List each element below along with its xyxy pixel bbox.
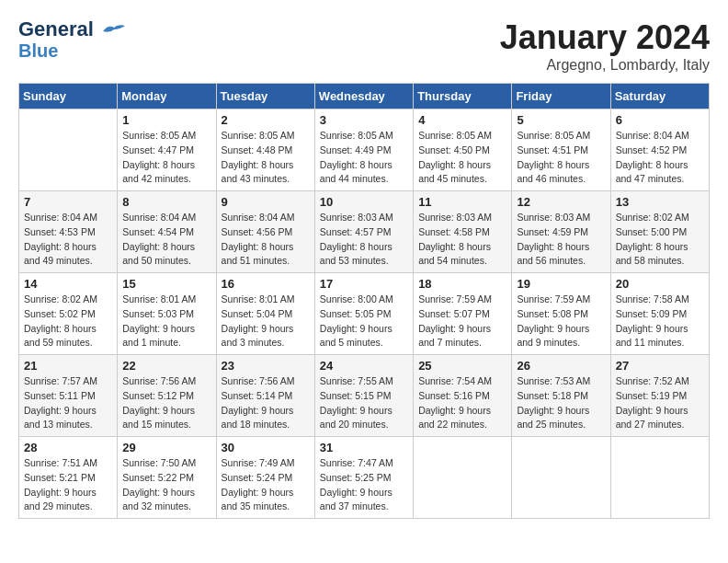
logo: General Blue [18,18,127,61]
day-number: 24 [320,359,408,373]
daylight-text: Daylight: 9 hours and 20 minutes. [320,405,392,431]
sunset-text: Sunset: 5:03 PM [122,308,194,319]
sunset-text: Sunset: 5:02 PM [24,308,96,319]
day-info: Sunrise: 8:01 AM Sunset: 5:04 PM Dayligh… [222,293,310,350]
daylight-text: Daylight: 9 hours and 18 minutes. [222,405,294,431]
calendar-day-cell: 10 Sunrise: 8:03 AM Sunset: 4:57 PM Dayl… [314,191,413,273]
sunset-text: Sunset: 5:19 PM [616,390,688,401]
sunrise-text: Sunrise: 8:04 AM [122,212,196,223]
daylight-text: Daylight: 8 hours and 50 minutes. [122,241,195,267]
sunrise-text: Sunrise: 8:01 AM [222,293,295,304]
sunrise-text: Sunrise: 7:57 AM [24,375,97,386]
sunset-text: Sunset: 5:15 PM [320,390,392,401]
sunrise-text: Sunrise: 8:04 AM [24,212,97,223]
sunrise-text: Sunrise: 8:05 AM [222,130,295,141]
calendar-table: SundayMondayTuesdayWednesdayThursdayFrid… [18,83,710,519]
calendar-day-cell [19,109,118,191]
header: General Blue January 2024 Argegno, Lomba… [18,18,710,74]
calendar-day-cell [414,437,512,519]
calendar-day-cell: 29 Sunrise: 7:50 AM Sunset: 5:22 PM Dayl… [118,437,216,519]
weekday-header-row: SundayMondayTuesdayWednesdayThursdayFrid… [19,84,710,109]
day-number: 1 [122,113,210,127]
sunrise-text: Sunrise: 7:49 AM [222,457,295,468]
daylight-text: Daylight: 8 hours and 43 minutes. [222,159,294,185]
sunrise-text: Sunrise: 8:05 AM [517,130,590,141]
daylight-text: Daylight: 9 hours and 13 minutes. [24,405,97,431]
daylight-text: Daylight: 9 hours and 1 minute. [122,323,195,349]
daylight-text: Daylight: 8 hours and 58 minutes. [616,241,688,267]
daylight-text: Daylight: 8 hours and 51 minutes. [222,241,294,267]
day-number: 18 [418,277,506,291]
day-number: 29 [122,441,210,454]
sunset-text: Sunset: 5:09 PM [616,308,688,319]
sunset-text: Sunset: 5:16 PM [418,390,490,401]
weekday-header-cell: Sunday [19,84,118,109]
daylight-text: Daylight: 9 hours and 35 minutes. [222,487,294,512]
daylight-text: Daylight: 9 hours and 22 minutes. [418,405,491,431]
daylight-text: Daylight: 8 hours and 46 minutes. [517,159,589,185]
daylight-text: Daylight: 9 hours and 15 minutes. [122,405,195,431]
weekday-header-cell: Friday [512,84,610,109]
sunset-text: Sunset: 4:47 PM [122,144,194,155]
weekday-header-cell: Thursday [414,84,512,109]
calendar-day-cell: 7 Sunrise: 8:04 AM Sunset: 4:53 PM Dayli… [19,191,118,273]
logo-text: General [18,18,127,40]
daylight-text: Daylight: 9 hours and 37 minutes. [320,487,392,512]
daylight-text: Daylight: 9 hours and 25 minutes. [517,405,589,431]
sunset-text: Sunset: 5:12 PM [122,390,194,401]
day-number: 17 [320,277,408,291]
calendar-day-cell: 18 Sunrise: 7:59 AM Sunset: 5:07 PM Dayl… [414,273,512,355]
daylight-text: Daylight: 9 hours and 32 minutes. [122,487,195,512]
day-number: 12 [517,195,605,209]
calendar-day-cell [512,437,610,519]
day-info: Sunrise: 8:04 AM Sunset: 4:56 PM Dayligh… [222,211,310,269]
day-info: Sunrise: 7:53 AM Sunset: 5:18 PM Dayligh… [517,374,605,432]
calendar-day-cell: 3 Sunrise: 8:05 AM Sunset: 4:49 PM Dayli… [314,109,413,191]
sunrise-text: Sunrise: 8:03 AM [517,212,590,223]
sunset-text: Sunset: 5:25 PM [320,472,392,483]
day-number: 30 [222,441,310,454]
calendar-day-cell: 19 Sunrise: 7:59 AM Sunset: 5:08 PM Dayl… [512,273,610,355]
day-info: Sunrise: 8:02 AM Sunset: 5:00 PM Dayligh… [616,211,704,269]
sunrise-text: Sunrise: 7:50 AM [122,457,196,468]
day-number: 15 [122,277,210,291]
sunrise-text: Sunrise: 8:02 AM [24,293,97,304]
day-info: Sunrise: 8:03 AM Sunset: 4:58 PM Dayligh… [418,211,506,269]
calendar-day-cell: 23 Sunrise: 7:56 AM Sunset: 5:14 PM Dayl… [216,355,314,437]
day-number: 27 [616,359,704,373]
weekday-header-cell: Saturday [610,84,709,109]
day-info: Sunrise: 7:56 AM Sunset: 5:12 PM Dayligh… [122,374,210,432]
sunrise-text: Sunrise: 7:58 AM [616,293,689,304]
calendar-week-row: 1 Sunrise: 8:05 AM Sunset: 4:47 PM Dayli… [19,109,710,191]
day-number: 10 [320,195,408,209]
calendar-day-cell: 17 Sunrise: 8:00 AM Sunset: 5:05 PM Dayl… [314,273,413,355]
day-info: Sunrise: 8:05 AM Sunset: 4:51 PM Dayligh… [517,129,605,187]
daylight-text: Daylight: 8 hours and 45 minutes. [418,159,491,185]
daylight-text: Daylight: 9 hours and 5 minutes. [320,323,392,349]
day-info: Sunrise: 7:49 AM Sunset: 5:24 PM Dayligh… [222,456,310,514]
sunrise-text: Sunrise: 7:59 AM [418,293,492,304]
sunset-text: Sunset: 5:14 PM [222,390,293,401]
sunset-text: Sunset: 5:21 PM [24,472,96,483]
sunset-text: Sunset: 4:53 PM [24,226,96,237]
calendar-day-cell: 1 Sunrise: 8:05 AM Sunset: 4:47 PM Dayli… [118,109,216,191]
day-info: Sunrise: 8:04 AM Sunset: 4:54 PM Dayligh… [122,211,210,269]
daylight-text: Daylight: 8 hours and 47 minutes. [616,159,688,185]
sunrise-text: Sunrise: 7:55 AM [320,375,393,386]
calendar-day-cell: 27 Sunrise: 7:52 AM Sunset: 5:19 PM Dayl… [610,355,709,437]
daylight-text: Daylight: 9 hours and 9 minutes. [517,323,589,349]
location: Argegno, Lombardy, Italy [500,57,710,74]
calendar-day-cell: 14 Sunrise: 8:02 AM Sunset: 5:02 PM Dayl… [19,273,118,355]
calendar-day-cell: 6 Sunrise: 8:04 AM Sunset: 4:52 PM Dayli… [610,109,709,191]
daylight-text: Daylight: 8 hours and 56 minutes. [517,241,589,267]
sunrise-text: Sunrise: 8:00 AM [320,293,393,304]
day-number: 16 [222,277,310,291]
calendar-week-row: 28 Sunrise: 7:51 AM Sunset: 5:21 PM Dayl… [19,437,710,519]
day-number: 4 [418,113,506,127]
calendar-week-row: 7 Sunrise: 8:04 AM Sunset: 4:53 PM Dayli… [19,191,710,273]
day-info: Sunrise: 8:05 AM Sunset: 4:49 PM Dayligh… [320,129,408,187]
day-number: 9 [222,195,310,209]
day-info: Sunrise: 8:04 AM Sunset: 4:53 PM Dayligh… [24,211,112,269]
day-number: 3 [320,113,408,127]
logo-bird-icon [101,22,127,39]
